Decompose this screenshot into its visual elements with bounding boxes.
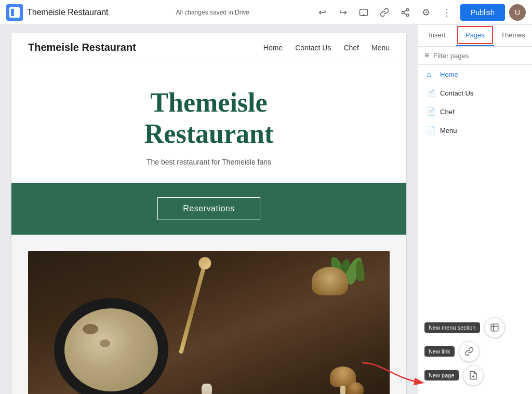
page-label-chef: Chef	[440, 108, 454, 116]
new-menu-section-row: New menu section	[424, 317, 526, 338]
tab-insert[interactable]: Insert	[418, 25, 456, 46]
redo-button[interactable]: ↪	[334, 3, 352, 22]
soup-visual	[28, 251, 390, 394]
nav-link-contact[interactable]: Contact Us	[295, 44, 331, 52]
preview-area: Themeisle Restaurant Home Contact Us Che…	[0, 25, 418, 394]
new-link-row: New link	[424, 341, 526, 362]
svg-point-4	[402, 11, 404, 13]
hero-section: Themeisle Restaurant The best restaurant…	[11, 62, 406, 183]
nav-link-chef[interactable]: Chef	[343, 44, 359, 52]
pages-list: ⌂ Home 📄 Contact Us 📄 Chef 📄 Menu	[418, 65, 532, 311]
reservations-banner: Reservations	[11, 183, 406, 235]
more-options-button[interactable]: ⋮	[437, 3, 456, 22]
filter-icon: ≡	[424, 51, 429, 60]
new-page-button[interactable]	[463, 365, 484, 386]
page-label-menu: Menu	[440, 127, 457, 134]
page-item-contact[interactable]: 📄 Contact Us	[418, 84, 532, 102]
topbar: Themeisle Restaurant All changes saved i…	[0, 0, 532, 25]
user-avatar[interactable]: U	[509, 4, 526, 21]
new-link-tooltip: New link	[424, 346, 455, 357]
new-menu-section-tooltip: New menu section	[424, 322, 480, 333]
share-button[interactable]	[396, 3, 415, 22]
document-icon-chef: 📄	[427, 107, 435, 116]
app-logo	[6, 4, 23, 21]
svg-point-3	[406, 8, 409, 11]
site-logo: Themeisle Restaurant	[28, 42, 136, 53]
mushroom-top	[312, 267, 348, 295]
filter-pages-row: ≡	[418, 47, 532, 65]
hero-title: Themeisle Restaurant	[28, 87, 390, 150]
mushroom-cluster	[330, 366, 364, 394]
undo-button[interactable]: ↩	[313, 3, 331, 22]
nav-link-menu[interactable]: Menu	[371, 44, 390, 52]
floating-actions: New menu section New link New page	[424, 317, 526, 386]
reservations-button[interactable]: Reservations	[157, 197, 260, 220]
save-status: All changes saved in Drive	[117, 9, 309, 16]
svg-line-7	[404, 10, 407, 11]
page-label-home: Home	[440, 71, 458, 78]
settings-button[interactable]: ⚙	[417, 3, 435, 22]
svg-rect-8	[491, 324, 498, 331]
page-item-home[interactable]: ⌂ Home	[418, 65, 532, 84]
new-link-button[interactable]	[459, 341, 480, 362]
food-image	[28, 251, 390, 394]
main-layout: Themeisle Restaurant Home Contact Us Che…	[0, 25, 532, 394]
hero-subtitle: The best restaurant for Themeisle fans	[28, 158, 390, 166]
site-nav: Themeisle Restaurant Home Contact Us Che…	[11, 33, 406, 62]
site-nav-links: Home Contact Us Chef Menu	[263, 44, 390, 52]
home-icon: ⌂	[427, 70, 435, 78]
bottom-section: New menu section New link New page	[418, 311, 532, 394]
svg-line-6	[404, 13, 407, 15]
white-decor	[202, 384, 212, 394]
website-frame: Themeisle Restaurant Home Contact Us Che…	[11, 33, 406, 394]
page-item-menu[interactable]: 📄 Menu	[418, 121, 532, 140]
food-section	[11, 235, 406, 394]
right-panel: Insert Pages Themes ≡ ⌂ Home 📄 Contact U…	[418, 25, 532, 394]
page-label-contact: Contact Us	[440, 89, 473, 97]
svg-point-5	[406, 14, 409, 17]
filter-pages-input[interactable]	[433, 52, 526, 60]
soup-inner	[64, 308, 158, 391]
device-preview-button[interactable]	[354, 3, 373, 22]
new-page-tooltip: New page	[424, 370, 459, 381]
nav-link-home[interactable]: Home	[263, 44, 283, 52]
tab-themes[interactable]: Themes	[494, 25, 532, 46]
link-button[interactable]	[375, 3, 394, 22]
panel-tabs: Insert Pages Themes	[418, 25, 532, 47]
document-title: Themeisle Restaurant	[27, 8, 109, 17]
document-icon-contact: 📄	[427, 89, 435, 97]
topbar-actions: ↩ ↪ ⚙ ⋮ Publish U	[313, 3, 526, 22]
new-menu-section-button[interactable]	[484, 317, 505, 338]
publish-button[interactable]: Publish	[460, 4, 505, 21]
document-icon-menu: 📄	[427, 126, 435, 134]
tab-pages[interactable]: Pages	[456, 25, 494, 46]
page-item-chef[interactable]: 📄 Chef	[418, 102, 532, 121]
new-page-row: New page	[424, 365, 526, 386]
